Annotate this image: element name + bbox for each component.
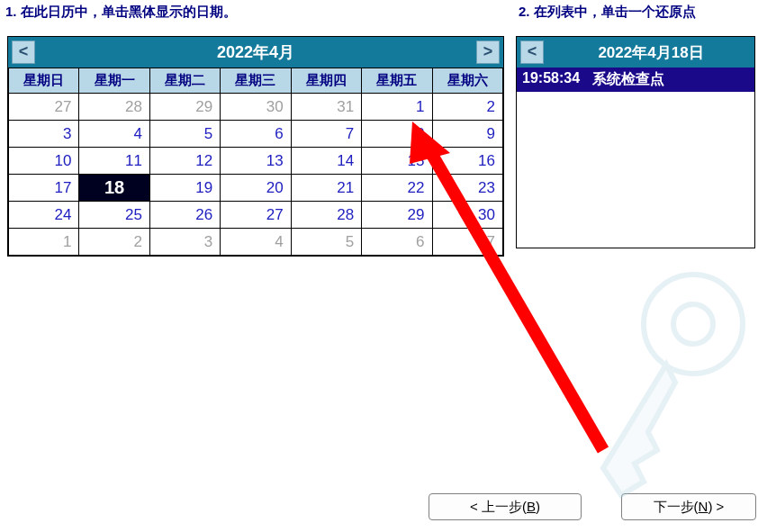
calendar-day-cell[interactable]: 6 [221, 121, 291, 148]
calendar-day-cell[interactable]: 6 [362, 229, 432, 256]
back-button-accel: B [527, 499, 536, 514]
calendar-day-cell[interactable]: 23 [432, 175, 502, 202]
calendar-day-cell[interactable]: 22 [362, 175, 432, 202]
calendar-day-cell[interactable]: 24 [9, 202, 79, 229]
calendar-day-cell[interactable]: 28 [291, 202, 361, 229]
restore-list-prev-button[interactable]: < [520, 41, 544, 64]
calendar-day-cell[interactable]: 7 [432, 229, 502, 256]
calendar-day-cell[interactable]: 25 [79, 202, 149, 229]
next-button-pre: 下一步( [654, 499, 699, 514]
calendar-day-cell[interactable]: 13 [221, 148, 291, 175]
calendar-day-cell[interactable]: 1 [9, 229, 79, 256]
back-button-pre: < 上一步( [470, 499, 527, 514]
calendar-day-cell[interactable]: 20 [221, 175, 291, 202]
calendar-day-cell[interactable]: 1 [362, 94, 432, 121]
calendar-weekday-header: 星期四 [291, 68, 361, 94]
restore-point-label: 系统检查点 [592, 70, 664, 89]
calendar-weekday-header: 星期一 [79, 68, 149, 94]
calendar-table: 星期日星期一星期二星期三星期四星期五星期六 272829303112345678… [8, 68, 503, 256]
calendar-weekday-header: 星期六 [432, 68, 502, 94]
restore-list-panel: < 2022年4月18日 19:58:34系统检查点 [516, 36, 755, 248]
svg-point-1 [673, 304, 713, 344]
next-button-accel: N [699, 499, 708, 514]
calendar-day-cell[interactable]: 8 [362, 121, 432, 148]
calendar-day-cell[interactable]: 17 [9, 175, 79, 202]
background-key-icon [558, 261, 758, 531]
instruction-1: 1. 在此日历中，单击黑体显示的日期。 [5, 4, 237, 21]
calendar-day-cell[interactable]: 2 [432, 94, 502, 121]
calendar-day-cell[interactable]: 3 [149, 229, 220, 256]
calendar-day-cell[interactable]: 12 [149, 148, 220, 175]
instruction-2: 2. 在列表中，单击一个还原点 [519, 4, 696, 21]
back-button[interactable]: < 上一步(B) [429, 493, 582, 520]
calendar-day-cell[interactable]: 4 [221, 229, 291, 256]
calendar-day-cell[interactable]: 30 [432, 202, 502, 229]
restore-list-header: < 2022年4月18日 [517, 37, 754, 68]
calendar-day-cell[interactable]: 5 [291, 229, 361, 256]
calendar-day-cell[interactable]: 29 [362, 202, 432, 229]
restore-list-title: 2022年4月18日 [547, 42, 754, 63]
calendar-prev-button[interactable]: < [12, 41, 35, 64]
calendar-panel: < 2022年4月 > 星期日星期一星期二星期三星期四星期五星期六 272829… [7, 36, 504, 257]
calendar-day-cell[interactable]: 2 [79, 229, 149, 256]
calendar-weekday-header: 星期二 [149, 68, 220, 94]
calendar-next-button[interactable]: > [476, 41, 500, 64]
calendar-day-cell[interactable]: 21 [291, 175, 361, 202]
calendar-day-cell[interactable]: 28 [79, 94, 149, 121]
calendar-day-cell[interactable]: 4 [79, 121, 149, 148]
calendar-day-cell[interactable]: 5 [149, 121, 220, 148]
calendar-day-cell[interactable]: 18 [79, 175, 149, 202]
calendar-weekday-header: 星期三 [221, 68, 291, 94]
calendar-day-cell[interactable]: 31 [291, 94, 361, 121]
calendar-day-cell[interactable]: 3 [9, 121, 79, 148]
calendar-day-cell[interactable]: 9 [432, 121, 502, 148]
calendar-title: 2022年4月 [39, 41, 473, 63]
calendar-day-cell[interactable]: 10 [9, 148, 79, 175]
calendar-day-cell[interactable]: 19 [149, 175, 220, 202]
svg-point-0 [644, 275, 743, 374]
restore-point-item[interactable]: 19:58:34系统检查点 [517, 68, 754, 92]
calendar-day-cell[interactable]: 30 [221, 94, 291, 121]
calendar-weekday-header: 星期日 [9, 68, 79, 94]
calendar-day-cell[interactable]: 7 [291, 121, 361, 148]
calendar-day-cell[interactable]: 14 [291, 148, 361, 175]
calendar-weekday-header: 星期五 [362, 68, 432, 94]
calendar-day-cell[interactable]: 27 [221, 202, 291, 229]
next-button-post: ) > [708, 499, 724, 514]
restore-point-time: 19:58:34 [522, 70, 580, 89]
restore-list-body: 19:58:34系统检查点 [517, 68, 754, 92]
calendar-day-cell[interactable]: 29 [149, 94, 220, 121]
calendar-day-cell[interactable]: 27 [9, 94, 79, 121]
calendar-day-cell[interactable]: 16 [432, 148, 502, 175]
calendar-day-cell[interactable]: 11 [79, 148, 149, 175]
next-button[interactable]: 下一步(N) > [621, 493, 756, 520]
back-button-post: ) [536, 499, 540, 514]
calendar-day-cell[interactable]: 26 [149, 202, 220, 229]
calendar-day-cell[interactable]: 15 [362, 148, 432, 175]
calendar-header: < 2022年4月 > [8, 37, 503, 68]
